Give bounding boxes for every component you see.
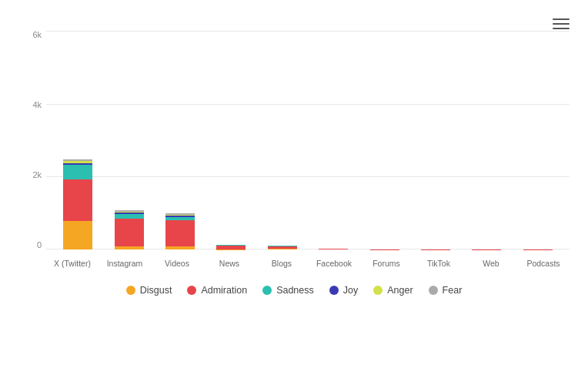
x-label-podcasts: Podcasts [517, 249, 570, 277]
legend-label-disgust: Disgust [140, 285, 172, 296]
legend-dot-joy [329, 286, 339, 295]
bar-group-blogs [257, 31, 308, 249]
x-label-forums: Forums [360, 249, 413, 277]
bar-stack [319, 237, 348, 249]
legend-item-disgust: Disgust [126, 285, 172, 296]
y-label-4k: 4k [32, 101, 42, 109]
bars-container [46, 31, 570, 249]
bar-group-tiktok [410, 31, 461, 249]
x-label-facebook: Facebook [308, 249, 360, 277]
menu-button[interactable] [553, 18, 570, 29]
bar-group-videos [155, 31, 205, 249]
x-label-blogs: Blogs [256, 249, 308, 277]
x-label-web: Web [465, 249, 517, 277]
bar-segment-sadness [63, 165, 92, 179]
chart-area: 6k 4k 2k 0 X (Twitter)InstagramVideosNew… [18, 31, 570, 277]
bar-stack [216, 216, 246, 249]
bar-segment-admiration [165, 220, 195, 247]
x-label-instagram: Instagram [99, 249, 151, 277]
bar-group-web [461, 31, 512, 249]
legend-label-admiration: Admiration [201, 285, 247, 296]
legend-dot-disgust [126, 286, 135, 295]
legend-label-joy: Joy [343, 285, 358, 296]
legend-item-joy: Joy [329, 285, 358, 296]
bar-group-facebook [308, 31, 359, 249]
x-label-videos: Videos [151, 249, 203, 277]
legend-label-anger: Anger [387, 285, 413, 296]
y-label-0: 0 [37, 241, 42, 249]
bar-group-forums [359, 31, 409, 249]
legend-item-admiration: Admiration [187, 285, 247, 296]
plot-area [46, 31, 570, 249]
legend-dot-admiration [187, 286, 196, 295]
bar-group-instagram [103, 31, 154, 249]
bar-stack [63, 109, 92, 249]
y-axis: 6k 4k 2k 0 [18, 31, 46, 249]
bar-segment-admiration [115, 219, 144, 246]
legend-dot-sadness [262, 286, 272, 295]
legend-dot-anger [373, 286, 383, 295]
bar-stack [165, 161, 195, 249]
bar-group-x--twitter- [52, 31, 103, 249]
legend: DisgustAdmirationSadnessJoyAngerFear [18, 285, 570, 296]
x-label-news: News [203, 249, 256, 277]
bar-stack [115, 157, 144, 249]
x-axis: X (Twitter)InstagramVideosNewsBlogsFaceb… [46, 249, 570, 277]
legend-item-sadness: Sadness [262, 285, 314, 296]
x-label-x--twitter-: X (Twitter) [46, 249, 99, 277]
bar-segment-disgust [63, 221, 92, 249]
bar-segment-admiration [63, 179, 92, 222]
legend-item-fear: Fear [429, 285, 463, 296]
legend-label-sadness: Sadness [276, 285, 314, 296]
bar-group-podcasts [513, 31, 563, 249]
main-container: 6k 4k 2k 0 X (Twitter)InstagramVideosNew… [0, 0, 588, 385]
legend-dot-fear [429, 286, 438, 295]
bar-stack [268, 219, 297, 249]
bar-group-news [205, 31, 256, 249]
y-label-2k: 2k [32, 171, 42, 179]
legend-label-fear: Fear [443, 285, 463, 296]
legend-item-anger: Anger [373, 285, 413, 296]
y-label-6k: 6k [32, 31, 42, 39]
x-label-tiktok: TikTok [413, 249, 465, 277]
